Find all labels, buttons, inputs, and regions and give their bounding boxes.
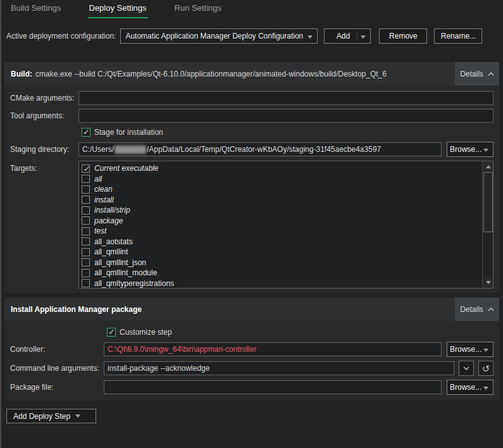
deploy-config-selected: Automatic Application Manager Deploy Con… (125, 32, 303, 40)
target-checkbox[interactable] (82, 258, 90, 266)
install-step-header: Install Application Manager package Deta… (4, 297, 499, 321)
active-config-label: Active deployment configuration: (6, 32, 116, 40)
install-details-button[interactable]: Details (455, 297, 499, 321)
tab-build-settings[interactable]: Build Settings (9, 0, 63, 18)
stage-for-installation-checkbox[interactable] (82, 128, 90, 137)
controller-browse-button[interactable]: Browse... (447, 342, 494, 357)
target-checkbox[interactable] (82, 175, 90, 183)
chevron-down-icon (463, 366, 469, 370)
settings-tabbar: Build Settings Deploy Settings Run Setti… (1, 0, 503, 19)
cmake-arguments-input[interactable] (78, 91, 494, 105)
chevron-up-icon (488, 308, 494, 311)
deploy-config-combobox[interactable]: Automatic Application Manager Deploy Con… (120, 28, 318, 44)
target-item[interactable]: install (82, 195, 480, 205)
staging-browse-button[interactable]: Browse... (447, 142, 494, 157)
chevron-down-icon (483, 149, 488, 152)
targets-scrollbar[interactable] (482, 161, 493, 288)
reset-button[interactable]: ↺ (478, 361, 494, 376)
chevron-down-icon (483, 349, 488, 352)
build-step-panel: Build: cmake.exe --build C:/Qt/Examples/… (4, 62, 499, 293)
build-step-title: Build: (11, 70, 32, 78)
scroll-down-button[interactable] (483, 278, 493, 287)
tool-arguments-input[interactable] (78, 109, 494, 123)
customize-step-checkbox[interactable] (107, 328, 116, 337)
build-details-button[interactable]: Details (455, 62, 499, 85)
tab-deploy-settings[interactable]: Deploy Settings (88, 0, 148, 18)
target-item[interactable]: test (82, 226, 480, 236)
tab-run-settings[interactable]: Run Settings (173, 0, 223, 18)
target-checkbox[interactable] (82, 196, 90, 204)
target-item[interactable]: all_qmllint (82, 247, 480, 257)
target-item[interactable]: all (82, 174, 480, 184)
remove-config-button[interactable]: Remove (379, 28, 427, 44)
package-browse-button[interactable]: Browse... (447, 380, 494, 395)
chevron-down-icon (75, 414, 80, 418)
target-item[interactable]: all_qmllint_json (82, 258, 480, 268)
staging-directory-label: Staging directory: (4, 145, 78, 154)
chevron-down-icon (307, 35, 313, 39)
target-checkbox[interactable] (82, 216, 90, 225)
targets-list[interactable]: Current executable all clean install ins… (78, 161, 494, 289)
add-deploy-step-button[interactable]: Add Deploy Step (6, 409, 96, 423)
command-line-arguments-input[interactable] (104, 361, 454, 375)
target-item[interactable]: all_qmltyperegistrations (82, 278, 480, 289)
command-line-arguments-label: Command line arguments: (4, 364, 104, 373)
cmake-arguments-label: CMake arguments: (4, 94, 78, 103)
triangle-down-icon (486, 281, 491, 284)
rename-config-button[interactable]: Rename... (434, 28, 482, 44)
install-step-panel: Install Application Manager package Deta… (4, 297, 499, 401)
target-item[interactable]: clean (82, 184, 480, 194)
target-item[interactable]: Current executable (82, 163, 480, 173)
redacted-username (115, 146, 146, 154)
package-file-input[interactable] (104, 380, 442, 394)
tool-arguments-label: Tool arguments: (4, 111, 78, 120)
install-step-title: Install Application Manager package (11, 305, 142, 314)
triangle-up-icon (486, 165, 491, 168)
reset-icon: ↺ (482, 364, 490, 373)
variables-chooser-button[interactable] (459, 361, 474, 376)
target-item[interactable]: install/strip (82, 205, 480, 215)
package-file-label: Package file: (4, 383, 104, 392)
stage-for-installation-label: Stage for installation (94, 128, 163, 137)
customize-step-label: Customize step (120, 328, 172, 337)
target-checkbox[interactable] (82, 248, 90, 256)
scrollbar-thumb[interactable] (483, 172, 493, 232)
target-checkbox[interactable] (82, 206, 90, 215)
target-checkbox[interactable] (82, 237, 90, 246)
target-item[interactable]: all_aotstats (82, 237, 480, 247)
chevron-down-icon (361, 35, 366, 39)
target-item[interactable]: package (82, 216, 480, 226)
target-checkbox[interactable] (82, 165, 90, 173)
build-step-command: cmake.exe --build C:/Qt/Examples/Qt-6.10… (35, 70, 387, 78)
target-checkbox[interactable] (82, 185, 90, 194)
scroll-up-button[interactable] (483, 162, 493, 171)
active-config-row: Active deployment configuration: Automat… (6, 28, 498, 44)
target-checkbox[interactable] (82, 279, 90, 287)
chevron-up-icon (488, 72, 494, 76)
controller-label: Controller: (4, 345, 104, 354)
staging-directory-input[interactable]: C:/Users//AppData/Local/Temp/QtCreator-w… (78, 142, 442, 156)
build-step-header: Build: cmake.exe --build C:/Qt/Examples/… (4, 62, 499, 85)
target-checkbox[interactable] (82, 269, 90, 277)
target-checkbox[interactable] (82, 227, 90, 235)
controller-input[interactable] (104, 342, 442, 356)
chevron-down-icon (483, 387, 488, 390)
target-item[interactable]: all_qmllint_module (82, 268, 480, 278)
targets-label: Targets: (4, 161, 78, 173)
add-config-button[interactable]: Add (324, 28, 371, 44)
